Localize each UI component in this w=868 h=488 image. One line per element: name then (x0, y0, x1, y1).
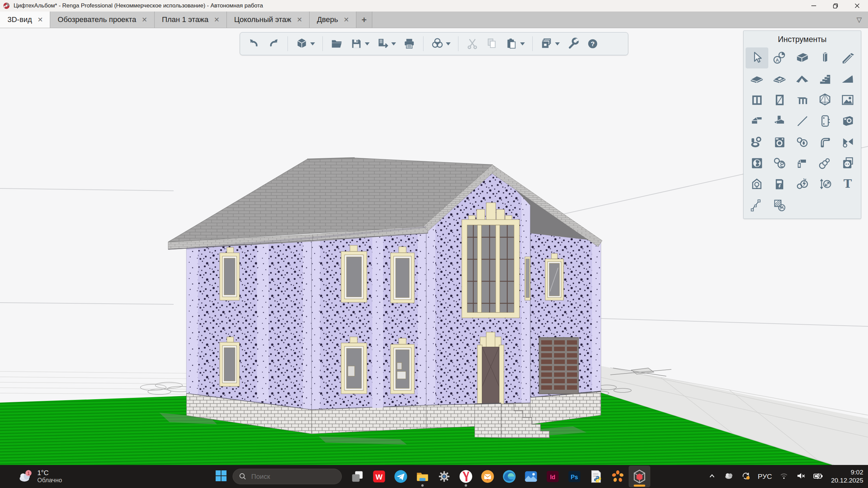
object-styles-button[interactable] (537, 35, 563, 52)
dropdown-arrow-icon[interactable] (520, 42, 525, 45)
taskbar-app-renga[interactable] (629, 466, 650, 487)
tool-pipe-routing[interactable] (791, 131, 814, 152)
maximize-restore-button[interactable] (825, 0, 846, 12)
tool-wall[interactable] (791, 47, 814, 68)
tool-hatch[interactable] (768, 195, 791, 216)
collaboration-button[interactable] (428, 35, 453, 52)
tab-2[interactable]: Обозреватель проекта✕ (50, 12, 155, 28)
tool-picture[interactable] (836, 89, 859, 110)
undo-button[interactable] (245, 35, 263, 52)
tool-measure-styles[interactable]: A (768, 47, 791, 68)
help-button[interactable]: ? (584, 35, 602, 52)
tool-door-hardware[interactable] (813, 110, 836, 131)
tool-duct[interactable] (791, 152, 814, 174)
model-cube-button[interactable] (293, 35, 318, 52)
taskbar-app-photoshop[interactable]: Ps (564, 466, 585, 487)
cut-button[interactable] (463, 35, 481, 52)
paste-button[interactable] (502, 35, 528, 52)
tool-plumbing-fixture[interactable] (746, 131, 768, 152)
tab-close-icon[interactable]: ✕ (37, 16, 44, 24)
dropdown-arrow-icon[interactable] (310, 42, 315, 45)
tool-air-routing[interactable] (768, 152, 791, 174)
taskbar-app-edge[interactable] (498, 466, 520, 487)
tool-electrical-panel[interactable] (768, 174, 791, 195)
tool-light-fixture[interactable] (746, 174, 768, 195)
tool-pipe-fitting[interactable] (836, 131, 859, 152)
tool-ventilation-equipment[interactable] (746, 152, 768, 174)
start-button[interactable] (215, 470, 227, 483)
tool-element[interactable] (813, 89, 836, 110)
tool-wire-routing[interactable] (791, 174, 814, 195)
taskbar-app-settings-gear[interactable] (433, 466, 455, 487)
minimize-button[interactable] (803, 0, 825, 12)
tab-1[interactable]: 3D-вид✕ (0, 12, 50, 28)
open-folder-button[interactable] (328, 35, 346, 52)
tool-dimension[interactable] (813, 174, 836, 195)
new-tab-button[interactable]: + (356, 12, 372, 28)
dropdown-arrow-icon[interactable] (555, 42, 560, 45)
tool-camera[interactable] (836, 110, 859, 131)
tool-door[interactable] (768, 89, 791, 110)
dropdown-arrow-icon[interactable] (391, 42, 396, 45)
tool-sanitary-equipment[interactable] (768, 131, 791, 152)
wifi-icon[interactable] (779, 471, 789, 482)
redo-button[interactable] (264, 35, 283, 52)
weather-widget[interactable]: 1 1°C Облачно (18, 469, 102, 484)
battery-charging-icon[interactable] (813, 471, 823, 482)
tool-floor-opening[interactable] (768, 68, 791, 89)
copy-button[interactable] (483, 35, 501, 52)
tool-stairs[interactable] (813, 68, 836, 89)
sync-update-icon[interactable] (741, 471, 751, 482)
close-button[interactable] (846, 0, 868, 12)
onedrive-icon[interactable] (724, 471, 734, 482)
taskbar-app-photos[interactable] (520, 466, 542, 487)
tab-overflow-dropdown[interactable]: ▽ (850, 12, 868, 28)
tool-axis-line[interactable] (791, 110, 814, 131)
taskbar-app-wps-office[interactable]: W (368, 466, 390, 487)
taskbar-app-dots-flower[interactable] (607, 466, 629, 487)
save-button[interactable] (347, 35, 372, 52)
tab-close-icon[interactable]: ✕ (296, 16, 303, 24)
volume-muted-icon[interactable] (796, 471, 806, 482)
tab-close-icon[interactable]: ✕ (343, 16, 350, 24)
taskbar-app-python-file[interactable] (585, 466, 607, 487)
settings-wrench-button[interactable] (564, 35, 582, 52)
tab-close-icon[interactable]: ✕ (213, 16, 220, 24)
tool-foundation[interactable] (768, 110, 791, 131)
tool-pipe[interactable] (813, 131, 836, 152)
dropdown-arrow-icon[interactable] (446, 42, 451, 45)
taskbar-search[interactable] (233, 469, 342, 484)
tool-railing[interactable] (791, 89, 814, 110)
taskbar-app-mail[interactable] (477, 466, 498, 487)
taskbar-app-yandex-browser[interactable] (455, 466, 477, 487)
taskbar-clock[interactable]: 9:02 20.12.2025 (831, 468, 863, 485)
tool-plate[interactable] (746, 110, 768, 131)
print-button[interactable] (400, 35, 418, 52)
tab-3[interactable]: План 1 этажа✕ (155, 12, 227, 28)
tool-electrical-socket[interactable] (836, 152, 859, 174)
tool-text[interactable]: T (836, 174, 859, 195)
taskbar-app-indesign[interactable]: Id (542, 466, 564, 487)
taskbar-app-file-explorer[interactable] (412, 466, 433, 487)
tab-4[interactable]: Цокольный этаж✕ (227, 12, 310, 28)
tool-floor[interactable] (746, 68, 768, 89)
tab-close-icon[interactable]: ✕ (141, 16, 148, 24)
tool-beam[interactable] (836, 47, 859, 68)
tool-select[interactable] (746, 47, 768, 68)
wps-office-icon: W (372, 469, 387, 484)
dropdown-arrow-icon[interactable] (365, 42, 370, 45)
viewport-3d[interactable] (0, 0, 868, 488)
tool-ramp[interactable] (836, 68, 859, 89)
tool-duct-fitting[interactable] (813, 152, 836, 174)
search-input[interactable] (251, 472, 320, 481)
export-button[interactable] (374, 35, 399, 52)
tool-column[interactable] (813, 47, 836, 68)
taskbar-app-task-view[interactable] (347, 466, 368, 487)
language-indicator[interactable]: РУС (758, 472, 772, 481)
taskbar-app-telegram[interactable] (390, 466, 412, 487)
tool-spline[interactable] (746, 195, 768, 216)
tab-5[interactable]: Дверь✕ (310, 12, 356, 28)
tool-window[interactable] (746, 89, 768, 110)
tray-chevron-icon[interactable] (707, 471, 717, 482)
tool-roof[interactable] (791, 68, 814, 89)
